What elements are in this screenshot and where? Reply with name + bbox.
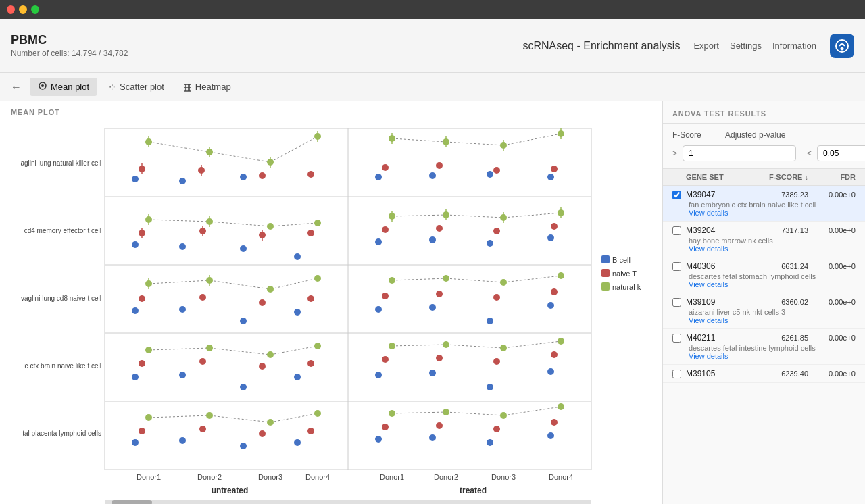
maximize-button[interactable]	[31, 5, 39, 14]
svg-text:aglini lung natural killer cel: aglini lung natural killer cell	[20, 159, 101, 167]
minimize-button[interactable]	[19, 5, 27, 14]
svg-point-170	[267, 419, 274, 426]
plot-content[interactable]: aglini lung natural killer cell cd4 memo…	[0, 119, 662, 504]
svg-point-116	[132, 307, 139, 314]
svg-point-133	[487, 318, 493, 324]
svg-point-169	[206, 412, 213, 419]
row-link-3[interactable]: View details	[672, 316, 856, 324]
svg-point-154	[443, 341, 449, 348]
fdr-val-2: 0.00e+0	[808, 262, 856, 270]
app-title: scRNAseq - Enrichment analysis	[522, 40, 680, 52]
row-link-1[interactable]: View details	[672, 245, 856, 253]
svg-point-143	[199, 358, 206, 365]
result-row-4[interactable]: M40211 6261.85 0.00e+0 descartes fetal i…	[663, 329, 865, 365]
titlebar	[0, 0, 865, 19]
fscore-val-3: 6360.02	[754, 298, 808, 306]
fscore-val-1: 7317.13	[754, 226, 808, 234]
svg-text:B cell: B cell	[612, 256, 631, 264]
result-row-2[interactable]: M40306 6631.24 0.00e+0 descartes fetal s…	[663, 257, 865, 293]
tab-mean-plot[interactable]: Mean plot	[30, 78, 97, 96]
svg-text:Donor2: Donor2	[434, 473, 458, 481]
svg-point-131	[375, 306, 382, 313]
fscore-filter-row: F-Score Adjusted p-value	[672, 130, 856, 140]
gene-set-name-3: M39109	[686, 297, 754, 307]
row-checkbox-1[interactable]	[672, 226, 686, 235]
svg-text:Donor1: Donor1	[380, 473, 404, 481]
svg-point-194	[547, 432, 554, 439]
svg-point-60	[375, 174, 382, 180]
pvalue-input[interactable]	[817, 145, 865, 161]
svg-point-124	[443, 275, 449, 282]
svg-point-62	[487, 171, 493, 178]
scrollbar-thumb[interactable]	[112, 500, 152, 504]
svg-point-97	[493, 228, 500, 234]
svg-point-149	[294, 374, 301, 380]
svg-point-80	[132, 241, 139, 248]
svg-point-175	[307, 428, 314, 434]
svg-text:cd4 memory effector t cell: cd4 memory effector t cell	[24, 227, 101, 234]
header-fscore[interactable]: F-SCORE ↓	[754, 173, 808, 181]
svg-point-98	[551, 223, 558, 230]
plot-area: MEAN PLOT aglini lung natural killer cel…	[0, 101, 662, 504]
fscore-val-5: 6239.40	[754, 370, 808, 378]
fscore-val-4: 6261.85	[754, 334, 808, 342]
svg-point-144	[259, 363, 266, 370]
svg-point-110	[267, 286, 274, 293]
row-desc-2: descartes fetal stomach lymphoid cells	[672, 272, 856, 280]
svg-text:vaglini lung cd8 naive t cell: vaglini lung cd8 naive t cell	[21, 295, 101, 302]
row-link-2[interactable]: View details	[672, 280, 856, 288]
tab-scatter-plot[interactable]: ⁘ Scatter plot	[100, 78, 172, 96]
svg-point-128	[436, 291, 443, 297]
result-row-3[interactable]: M39109 6360.02 0.00e+0 aizarani liver c5…	[663, 293, 865, 329]
svg-point-145	[307, 360, 314, 367]
svg-point-172	[139, 428, 145, 434]
row-checkbox-2[interactable]	[672, 262, 686, 271]
svg-point-111	[314, 275, 321, 282]
svg-point-168	[145, 414, 152, 421]
svg-point-142	[139, 360, 145, 367]
row-link-0[interactable]: View details	[672, 209, 856, 217]
export-button[interactable]: Export	[693, 41, 719, 51]
information-button[interactable]: Information	[772, 41, 816, 51]
filter-inputs-row: > <	[672, 145, 856, 161]
svg-point-140	[267, 351, 274, 358]
header-actions: Export Settings Information	[693, 41, 816, 51]
result-row-0[interactable]: M39047 7389.23 0.00e+0 fan embryonic ctx…	[663, 186, 865, 222]
page-title: PBMC	[11, 33, 128, 47]
header-fdr: FDR	[808, 173, 856, 181]
svg-point-99	[375, 238, 382, 245]
row-checkbox-0[interactable]	[672, 191, 686, 199]
tab-heatmap-label: Heatmap	[195, 82, 231, 92]
close-button[interactable]	[7, 5, 15, 14]
tab-heatmap[interactable]: ▦ Heatmap	[175, 78, 239, 96]
fdr-val-4: 0.00e+0	[808, 334, 856, 342]
row-link-4[interactable]: View details	[672, 352, 856, 360]
row-checkbox-3[interactable]	[672, 298, 686, 307]
row-checkbox-4[interactable]	[672, 334, 686, 343]
result-row-1[interactable]: M39204 7317.13 0.00e+0 hay bone marrow n…	[663, 222, 865, 257]
svg-point-123	[389, 277, 395, 284]
settings-button[interactable]: Settings	[730, 41, 762, 51]
svg-point-188	[436, 422, 443, 429]
row-checkbox-5[interactable]	[672, 370, 686, 378]
svg-text:Donor4: Donor4	[549, 473, 573, 481]
svg-text:ic ctx brain naive like t cell: ic ctx brain naive like t cell	[23, 362, 101, 370]
svg-point-61	[429, 172, 436, 179]
gene-set-name-1: M39204	[686, 226, 754, 235]
fscore-input[interactable]	[683, 145, 796, 161]
svg-point-63	[547, 174, 554, 180]
svg-point-157	[382, 356, 389, 363]
svg-point-113	[199, 294, 206, 301]
svg-text:Donor4: Donor4	[305, 473, 330, 481]
gene-set-name-2: M40306	[686, 261, 754, 271]
svg-point-186	[558, 403, 564, 410]
svg-point-118	[240, 318, 247, 324]
svg-point-71	[267, 223, 274, 230]
tab-scatter-plot-label: Scatter plot	[120, 82, 164, 92]
result-row-5[interactable]: M39105 6239.40 0.00e+0	[663, 365, 865, 383]
back-button[interactable]: ←	[11, 81, 22, 93]
fdr-val-0: 0.00e+0	[808, 191, 856, 199]
fscore-val-0: 7389.23	[754, 191, 808, 199]
gene-set-name-4: M40211	[686, 333, 754, 343]
horizontal-scrollbar[interactable]	[105, 500, 591, 504]
